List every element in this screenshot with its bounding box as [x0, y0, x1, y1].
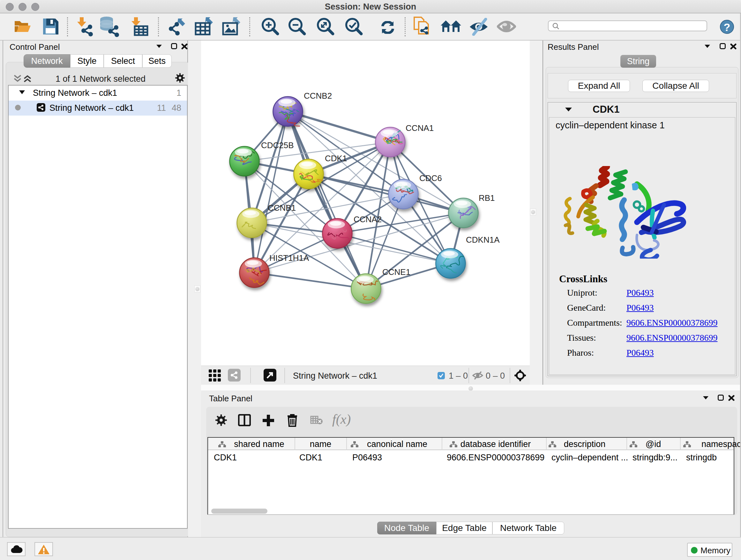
svg-text:CDKN1A: CDKN1A — [466, 235, 500, 245]
svg-text:CCNB2: CCNB2 — [304, 91, 332, 101]
svg-text:CCNB1: CCNB1 — [268, 203, 296, 212]
svg-text:RB1: RB1 — [479, 193, 495, 203]
svg-text:CDC6: CDC6 — [419, 173, 442, 183]
svg-text:HIST1H1A: HIST1H1A — [269, 253, 309, 263]
svg-text:CCNA2: CCNA2 — [354, 214, 382, 224]
svg-text:CCNE1: CCNE1 — [382, 267, 410, 277]
svg-text:CDC25B: CDC25B — [261, 140, 294, 150]
svg-text:CDK1: CDK1 — [325, 153, 347, 163]
svg-text:CCNA1: CCNA1 — [406, 123, 434, 133]
